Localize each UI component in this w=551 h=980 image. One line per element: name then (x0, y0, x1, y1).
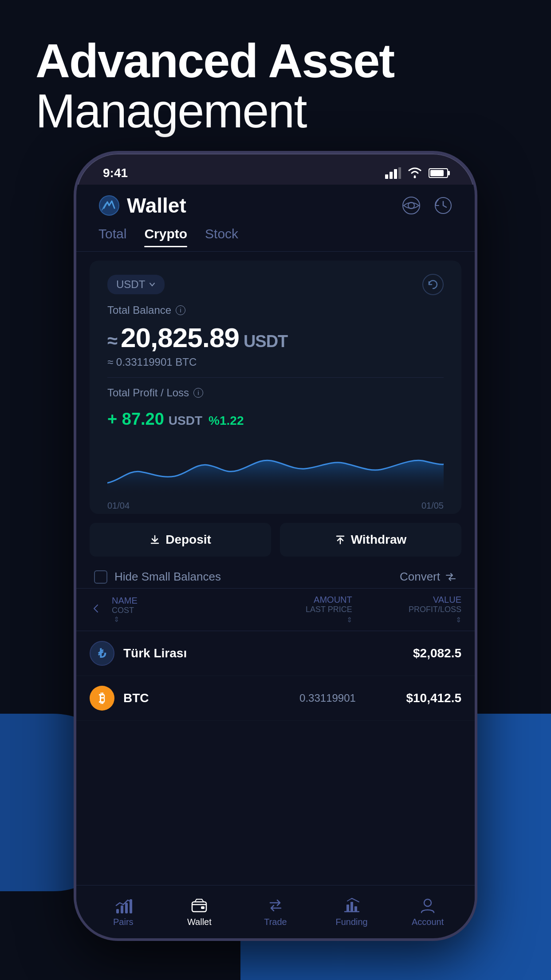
nav-wallet-label: Wallet (187, 917, 212, 927)
hide-small-checkbox[interactable] (94, 570, 107, 584)
svg-point-4 (414, 176, 416, 178)
eye-icon[interactable] (402, 196, 421, 215)
refresh-icon (427, 279, 439, 290)
app-title: Wallet (127, 194, 186, 217)
nav-funding-label: Funding (335, 917, 367, 927)
phone-wrapper: 9:41 (74, 151, 477, 941)
svg-rect-17 (354, 906, 357, 912)
currency-selector: USDT (107, 274, 444, 295)
svg-rect-0 (385, 174, 388, 179)
wifi-icon (407, 167, 422, 179)
tab-crypto[interactable]: Crypto (144, 226, 187, 247)
balance-label: Total Balance i (107, 304, 444, 316)
back-icon (90, 602, 102, 615)
hero-text: Advanced Asset Management (35, 36, 394, 136)
logo-icon (98, 195, 120, 216)
btc-amount: 0.33119901 (250, 692, 356, 704)
svg-rect-16 (350, 902, 353, 912)
nav-pairs-label: Pairs (113, 917, 134, 927)
amount-sort-icon[interactable]: ⇕ (346, 616, 352, 624)
profit-info-icon[interactable]: i (193, 388, 203, 398)
balance-number: 20,825.89 (121, 322, 239, 353)
action-buttons: Deposit Withdraw (90, 523, 461, 557)
funding-icon (343, 897, 361, 914)
wallet-nav-icon (190, 897, 208, 914)
hide-small-label: Hide Small Balances (114, 570, 221, 584)
chevron-down-icon (149, 281, 156, 288)
bottom-nav: Pairs Wallet (76, 885, 475, 934)
profit-number: + 87.20 (107, 410, 164, 428)
nav-pairs[interactable]: Pairs (85, 897, 161, 927)
value-sort-icon[interactable]: ⇕ (456, 616, 461, 624)
chart-date-end: 01/05 (421, 501, 444, 511)
signal-icon (385, 167, 401, 179)
svg-rect-11 (125, 903, 128, 913)
deposit-icon (150, 534, 160, 545)
asset-row-btc[interactable]: ₿ BTC 0.33119901 $10,412.5 (76, 676, 475, 721)
svg-rect-14 (201, 906, 205, 909)
withdraw-button[interactable]: Withdraw (280, 523, 461, 557)
convert-label: Convert (400, 570, 440, 584)
btc-name: BTC (123, 691, 250, 705)
pairs-icon (114, 897, 132, 914)
chart-date-start: 01/04 (107, 501, 130, 511)
balance-chart (107, 439, 444, 496)
btc-icon: ₿ (90, 686, 114, 711)
status-right (385, 167, 448, 179)
svg-point-6 (403, 197, 420, 214)
app-header: Wallet (76, 185, 475, 222)
svg-rect-1 (390, 172, 393, 179)
divider (107, 377, 444, 378)
asset-row-tl[interactable]: ₺ Türk Lirası $2,082.5 (76, 631, 475, 676)
trade-icon (267, 897, 284, 914)
tl-name: Türk Lirası (123, 646, 250, 660)
tabs: Total Crypto Stock (76, 222, 475, 252)
table-header: NAME COST ⇕ AMOUNT LAST PRICE ⇕ VALUE PR… (76, 588, 475, 631)
filter-row: Hide Small Balances Convert (76, 565, 475, 588)
profit-percent: %1.22 (209, 414, 244, 427)
btc-value: $10,412.5 (356, 691, 461, 705)
tl-value: $2,082.5 (356, 646, 461, 660)
svg-point-18 (424, 899, 431, 906)
currency-dropdown[interactable]: USDT (107, 275, 165, 294)
withdraw-icon (335, 534, 346, 545)
svg-rect-2 (394, 169, 397, 179)
nav-funding[interactable]: Funding (314, 897, 390, 927)
app-logo: Wallet (98, 194, 186, 217)
nav-account-label: Account (412, 917, 444, 927)
profit-unit: USDT (169, 414, 202, 427)
svg-rect-9 (116, 909, 119, 913)
hide-small-balances[interactable]: Hide Small Balances (94, 570, 221, 584)
balance-card: USDT Total Balance i (90, 261, 461, 514)
balance-info-icon[interactable]: i (176, 305, 185, 315)
phone: 9:41 (74, 151, 477, 941)
refresh-button[interactable] (422, 274, 444, 295)
tab-stock[interactable]: Stock (205, 226, 238, 247)
balance-unit: USDT (244, 332, 287, 351)
col-name: NAME COST ⇕ (107, 596, 243, 624)
nav-trade-label: Trade (264, 917, 287, 927)
hero-title-bold: Advanced Asset (35, 36, 394, 86)
header-icons (402, 196, 453, 215)
chart-area: 01/04 01/05 (107, 439, 444, 501)
chart-dates: 01/04 01/05 (107, 498, 444, 511)
currency-value: USDT (116, 278, 145, 291)
deposit-button[interactable]: Deposit (90, 523, 271, 557)
approx-symbol: ≈ (107, 330, 117, 351)
table-back-icon[interactable] (90, 602, 107, 617)
nav-account[interactable]: Account (390, 897, 466, 927)
svg-point-7 (408, 202, 414, 209)
convert-icon (445, 571, 457, 583)
deposit-label: Deposit (165, 533, 211, 547)
svg-rect-10 (121, 905, 123, 913)
history-icon[interactable] (434, 196, 453, 215)
convert-button[interactable]: Convert (400, 570, 457, 584)
tab-total[interactable]: Total (98, 226, 126, 247)
balance-btc: ≈ 0.33119901 BTC (107, 356, 444, 368)
name-sort-icon[interactable]: ⇕ (114, 615, 243, 624)
svg-rect-3 (398, 167, 401, 179)
nav-trade[interactable]: Trade (237, 897, 314, 927)
col-amount: AMOUNT LAST PRICE ⇕ (243, 595, 352, 624)
profit-amount: + 87.20USDT%1.22 (107, 405, 444, 430)
nav-wallet[interactable]: Wallet (161, 897, 238, 927)
